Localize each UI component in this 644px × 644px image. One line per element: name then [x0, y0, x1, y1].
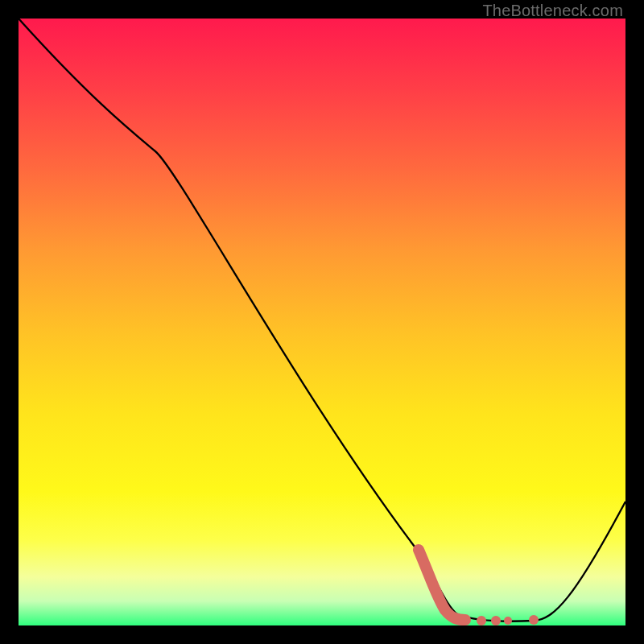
- svg-point-1: [491, 616, 501, 625]
- chart-svg: [19, 19, 625, 625]
- svg-point-0: [477, 616, 486, 625]
- svg-point-2: [504, 617, 512, 625]
- highlight-dots: [477, 615, 539, 625]
- chart-frame: [19, 19, 625, 625]
- attribution-text: TheBottleneck.com: [482, 2, 623, 20]
- bottleneck-curve: [19, 19, 625, 621]
- svg-point-3: [529, 615, 539, 625]
- highlight-zone: [419, 550, 465, 620]
